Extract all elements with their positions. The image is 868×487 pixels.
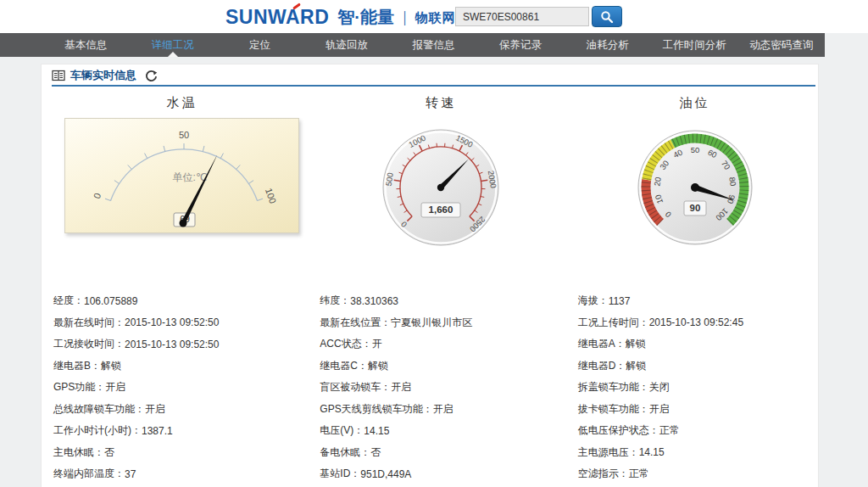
field-value: 正常 — [659, 423, 680, 438]
field-label: 空滤指示： — [578, 467, 629, 481]
field-value: 2015-10-13 09:52:50 — [125, 316, 219, 328]
field-row: 继电器A：解锁 — [578, 333, 818, 355]
field-label: 总线故障锁车功能： — [53, 402, 145, 417]
svg-text:90: 90 — [689, 203, 700, 213]
field-value: 37 — [125, 468, 136, 480]
water-temp-gauge: 050100单位:℃69 — [64, 118, 299, 233]
field-label: 工作小时计(小时)： — [53, 423, 142, 438]
field-row: 空滤指示：正常 — [578, 463, 818, 485]
field-row: 拆盖锁车功能：关闭 — [578, 377, 818, 399]
field-value: 解锁 — [626, 337, 646, 351]
telemetry-fields: 经度：106.075889最新在线时间：2015-10-13 09:52:50工… — [42, 290, 818, 487]
svg-text:20: 20 — [652, 176, 663, 187]
main-nav: 基本信息详细工况定位轨迹回放报警信息保养记录油耗分析工作时间分析动态密码查询 — [0, 33, 825, 57]
field-label: GPS功能： — [53, 380, 105, 395]
field-value: 1387.1 — [142, 425, 173, 437]
field-label: 电压(V)： — [320, 423, 364, 438]
field-value: 开启 — [649, 402, 670, 417]
field-value: 开启 — [105, 380, 125, 395]
nav-item-fuel-analysis[interactable]: 油耗分析 — [564, 33, 651, 57]
field-label: GPS天线剪线锁车功能： — [320, 402, 432, 417]
field-value: 否 — [370, 445, 381, 460]
field-value: 2015-10-13 09:52:45 — [649, 316, 743, 328]
field-label: ACC状态： — [320, 337, 371, 351]
nav-item-track-playback[interactable]: 轨迹回放 — [303, 33, 391, 57]
field-value: 正常 — [629, 467, 649, 481]
field-label: 低电压保护状态： — [578, 423, 659, 438]
field-row: 继电器D：解锁 — [578, 355, 818, 378]
refresh-icon[interactable] — [145, 70, 158, 82]
field-value: 38.310363 — [350, 295, 398, 307]
nav-item-alarm-info[interactable]: 报警信息 — [390, 33, 477, 57]
header: SUNWARD 智·能量 ｜ 物联网服务平台 — [0, 0, 868, 33]
field-row: 总线故障锁车功能：开启 — [53, 399, 320, 421]
field-value: 开 — [372, 337, 382, 351]
field-label: 经度： — [53, 294, 84, 308]
field-row: GPS天线剪线锁车功能：开启 — [320, 399, 577, 421]
field-label: 主电源电压： — [578, 445, 639, 460]
field-label: 终端内部温度： — [53, 467, 125, 481]
field-row: GPS功能：开启 — [53, 377, 320, 399]
field-row: 继电器C：解锁 — [320, 355, 577, 378]
fields-column-2: 纬度：38.310363最新在线位置：宁夏银川银川市区ACC状态：开继电器C：解… — [320, 290, 577, 487]
field-row: 工况接收时间：2015-10-13 09:52:50 — [53, 333, 320, 355]
water-temp-needle — [181, 155, 218, 225]
fields-column-1: 经度：106.075889最新在线时间：2015-10-13 09:52:50工… — [53, 290, 320, 487]
svg-text:单位:℃: 单位:℃ — [173, 171, 208, 183]
nav-item-location[interactable]: 定位 — [216, 33, 303, 57]
nav-item-detail-condition[interactable]: 详细工况 — [130, 33, 217, 57]
search-button[interactable] — [592, 6, 622, 27]
field-value: 106.075889 — [84, 295, 137, 307]
nav-item-basic-info[interactable]: 基本信息 — [42, 33, 130, 57]
field-label: 拆盖锁车功能： — [578, 380, 649, 395]
svg-text:80: 80 — [727, 176, 738, 187]
field-value: 开启 — [433, 402, 453, 417]
field-value: 宁夏银川银川市区 — [391, 316, 472, 330]
field-row: 盲区被动锁车：开启 — [320, 377, 577, 399]
field-label: 工况接收时间： — [53, 337, 125, 351]
field-label: 盲区被动锁车： — [320, 380, 391, 395]
active-tab-pointer — [168, 52, 178, 57]
fields-column-3: 海拔：1137工况上传时间：2015-10-13 09:52:45继电器A：解锁… — [578, 290, 818, 487]
field-label: 继电器D： — [578, 359, 626, 373]
field-label: 继电器C： — [320, 359, 368, 373]
gauge-title-rpm: 转速 — [369, 95, 513, 111]
field-label: 主电休眠： — [53, 445, 104, 460]
nav-item-dynamic-password[interactable]: 动态密码查询 — [738, 33, 826, 57]
field-row: 经度：106.075889 — [53, 290, 320, 312]
field-label: 继电器A： — [578, 337, 626, 351]
field-label: 拔卡锁车功能： — [578, 402, 649, 417]
field-row: 电压(V)：14.15 — [320, 420, 577, 442]
field-value: 14.15 — [639, 446, 665, 458]
svg-text:1,660: 1,660 — [429, 204, 453, 215]
field-label: 工况上传时间： — [578, 316, 649, 330]
svg-text:0: 0 — [92, 192, 103, 200]
report-icon — [52, 70, 65, 81]
field-row: 最新在线位置：宁夏银川银川市区 — [320, 312, 577, 334]
field-value: 解锁 — [368, 359, 388, 373]
svg-text:50: 50 — [690, 145, 699, 154]
field-row: 低电压保护状态：正常 — [578, 420, 818, 442]
search-icon — [600, 10, 614, 24]
field-value: 14.15 — [364, 425, 389, 437]
field-value: 1137 — [609, 295, 631, 307]
svg-text:100: 100 — [264, 187, 279, 204]
content-panel: 车辆实时信息 水温 050100单位:℃69 转速 05001000150020… — [41, 64, 819, 487]
field-row: 工作小时计(小时)：1387.1 — [53, 420, 320, 442]
gauge-cell-rpm: 转速 050010001500200025001,660 — [300, 87, 559, 269]
rpm-gauge: 050010001500200025001,660 — [369, 118, 513, 249]
nav-item-maintenance-record[interactable]: 保养记录 — [477, 33, 565, 57]
svg-text:50: 50 — [179, 130, 189, 140]
field-row: 纬度：38.310363 — [320, 290, 577, 312]
section-title: 车辆实时信息 — [70, 68, 136, 83]
field-row: 拔卡锁车功能：开启 — [578, 399, 818, 421]
nav-item-work-time-analysis[interactable]: 工作时间分析 — [651, 33, 738, 57]
search-bar — [455, 6, 622, 27]
field-row: 最新在线时间：2015-10-13 09:52:50 — [53, 312, 320, 334]
search-input[interactable] — [455, 7, 589, 26]
field-row: 基站ID：951D,449A — [320, 463, 577, 485]
gauge-title-fuel: 油位 — [623, 95, 767, 111]
field-value: 解锁 — [101, 359, 121, 373]
field-value: 关闭 — [649, 380, 670, 395]
field-row: 备电休眠：否 — [320, 442, 577, 464]
